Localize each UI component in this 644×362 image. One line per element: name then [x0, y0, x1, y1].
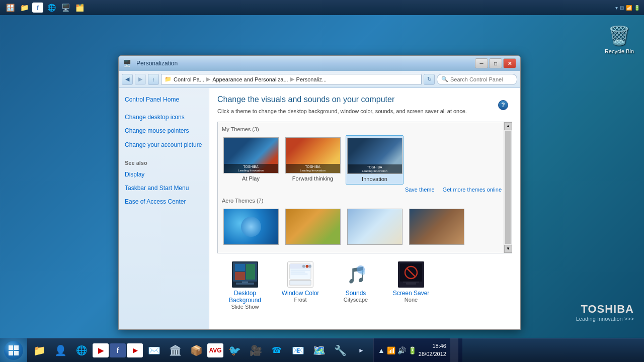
taskbar-facebook-icon[interactable]: f	[110, 343, 126, 357]
address-path[interactable]: 📁 Control Pa... ▶ Appearance and Persona…	[161, 74, 422, 85]
taskbar-avg-icon[interactable]: AVG	[207, 343, 223, 357]
search-box[interactable]: 🔍	[437, 74, 517, 85]
theme-forward-thinking-label: Forward thinking	[292, 175, 333, 182]
aero-theme-1[interactable]	[222, 207, 280, 249]
window-color-icon	[287, 261, 313, 288]
taskbar-person-icon[interactable]: 👤	[50, 340, 70, 360]
refresh-button[interactable]: ↻	[424, 74, 435, 85]
tray-volume-icon[interactable]: 🔊	[397, 346, 406, 354]
window-color-label[interactable]: Window Color	[282, 290, 319, 297]
taskbar-chrome-icon[interactable]: 🌐	[71, 340, 92, 360]
save-theme-link[interactable]: Save theme	[405, 187, 435, 193]
recycle-bin[interactable]: 🗑️ Recycle Bin	[605, 25, 634, 54]
theme-forward-thinking[interactable]: TOSHIBALeading Innovation Forward thinki…	[284, 135, 342, 185]
scrollbar-thumb[interactable]	[505, 131, 511, 244]
search-input[interactable]	[450, 76, 513, 82]
theme-links: Save theme Get more themes online	[222, 187, 502, 193]
top-right-controls: ▾ ⊞ 📶 🔋	[615, 5, 640, 11]
path-part2: Appearance and Personaliza...	[212, 76, 288, 82]
svg-rect-27	[9, 345, 13, 350]
window-color-item[interactable]: Window Color Frost	[273, 257, 328, 312]
window-controls: ─ □ ✕	[475, 58, 516, 68]
screen-saver-label[interactable]: Screen Saver	[393, 290, 430, 297]
taskbar-email-icon[interactable]: ✉️	[144, 340, 164, 360]
aero-themes-grid	[222, 207, 502, 249]
svg-rect-13	[291, 269, 310, 270]
scrollbar-up-button[interactable]: ▲	[504, 122, 512, 130]
sidebar: Control Panel Home Change desktop icons …	[119, 88, 209, 329]
aero-theme-4[interactable]	[408, 207, 465, 249]
taskbar-angrybird-icon[interactable]: 🐦	[224, 340, 245, 360]
my-themes-title: My Themes (3)	[222, 126, 502, 132]
show-desktop-button[interactable]	[450, 338, 458, 363]
facebook-icon-toolbar[interactable]: f	[32, 3, 43, 13]
sidebar-ease-access[interactable]: Ease of Access Center	[125, 195, 203, 209]
sounds-label[interactable]: Sounds	[346, 290, 366, 297]
taskbar-skype-icon[interactable]: ☎	[267, 340, 287, 360]
windows-logo-icon: 🪟	[4, 2, 16, 14]
aero-thumb-3	[347, 209, 403, 245]
help-button[interactable]: ?	[498, 100, 508, 110]
desktop-background-label[interactable]: Desktop Background	[219, 290, 271, 304]
sounds-item[interactable]: 🎵 Sounds Cityscape	[328, 257, 383, 312]
taskbar-youtube-icon[interactable]: ▶	[93, 343, 109, 357]
svg-point-10	[306, 264, 309, 267]
taskbar-vlc-icon[interactable]: 🎥	[246, 340, 266, 360]
screen-icon-toolbar[interactable]: 🖥️	[59, 2, 71, 14]
aero-theme-2[interactable]	[284, 207, 342, 249]
scrollbar-down-button[interactable]: ▼	[504, 245, 512, 253]
sidebar-change-mouse-pointers[interactable]: Change mouse pointers	[119, 124, 209, 138]
sounds-sublabel: Cityscape	[344, 297, 368, 303]
system-tray: ▲ 📶 🔊 🔋 18:46 28/02/2012	[373, 338, 462, 363]
taskbar-mail2-icon[interactable]: 📧	[288, 340, 308, 360]
tray-battery-icon[interactable]: 🔋	[408, 346, 417, 354]
taskbar-youtube2-icon[interactable]: ▶	[127, 343, 143, 357]
window-titlebar: 🖥️ Personalization ─ □ ✕	[119, 56, 520, 71]
sidebar-change-account-picture[interactable]: Change your account picture	[119, 138, 209, 152]
svg-rect-23	[406, 283, 416, 285]
taskbar-history-icon[interactable]: 🏛️	[165, 340, 185, 360]
up-button[interactable]: ↑	[148, 74, 159, 85]
taskbar-pinned-icons: 📁 👤 🌐 ▶ f ▶ ✉️ 🏛️ 📦 AVG 🐦 🎥 ☎ 📧 🗺️ 🔧 ►	[27, 340, 373, 360]
chrome-icon-toolbar[interactable]: 🌐	[45, 2, 57, 14]
aero-thumb-4	[409, 209, 464, 245]
aero-theme-3[interactable]	[346, 207, 404, 249]
close-button[interactable]: ✕	[503, 58, 516, 68]
svg-rect-15	[291, 274, 308, 275]
get-more-themes-link[interactable]: Get more themes online	[443, 187, 502, 193]
maximize-button[interactable]: □	[489, 58, 502, 68]
screen-saver-sublabel: None	[405, 297, 418, 303]
taskbar-folder-icon[interactable]: 📁	[29, 340, 49, 360]
taskbar-extra-icon[interactable]: 🔧	[330, 340, 350, 360]
forward-button[interactable]: ▶	[135, 74, 146, 85]
screen-saver-item[interactable]: Screen Saver None	[383, 257, 439, 312]
start-button[interactable]	[0, 338, 27, 363]
theme-innovation-thumbnail: TOSHIBALeading Innovation	[347, 138, 403, 174]
search-icon: 🔍	[441, 76, 448, 82]
taskbar-clock[interactable]: 18:46 28/02/2012	[419, 342, 446, 358]
sidebar-taskbar[interactable]: Taskbar and Start Menu	[125, 182, 203, 195]
minimize-button[interactable]: ─	[475, 58, 488, 68]
folder2-icon-toolbar[interactable]: 🗂️	[73, 2, 86, 14]
themes-scrollbar[interactable]: ▲ ▼	[504, 122, 512, 253]
back-button[interactable]: ◀	[122, 74, 133, 85]
tray-up-arrow[interactable]: ▲	[378, 346, 385, 354]
see-also-title: See also	[125, 160, 203, 166]
screen-saver-icon	[398, 261, 424, 288]
theme-innovation[interactable]: TOSHIBALeading Innovation Innovation	[346, 135, 404, 185]
desktop-background-item[interactable]: Desktop Background Slide Show	[217, 257, 273, 312]
folder-icon-toolbar[interactable]: 📁	[18, 2, 30, 14]
theme-innovation-label: Innovation	[362, 176, 387, 182]
sidebar-change-desktop-icons[interactable]: Change desktop icons	[119, 111, 209, 124]
theme-at-play[interactable]: TOSHIBALeading Innovation At Play	[222, 135, 280, 185]
desktop-background-sublabel: Slide Show	[231, 304, 259, 310]
svg-point-12	[308, 264, 311, 267]
tray-network-icon[interactable]: 📶	[387, 346, 395, 354]
main-panel: Change the visuals and sounds on your co…	[209, 88, 520, 329]
sidebar-display[interactable]: Display	[125, 168, 203, 182]
taskbar-map-icon[interactable]: 🗺️	[309, 340, 329, 360]
svg-rect-14	[291, 272, 305, 273]
taskbar-arrow-icon[interactable]: ►	[351, 340, 371, 360]
sidebar-control-panel-home[interactable]: Control Panel Home	[119, 93, 209, 107]
taskbar-package-icon[interactable]: 📦	[186, 340, 206, 360]
